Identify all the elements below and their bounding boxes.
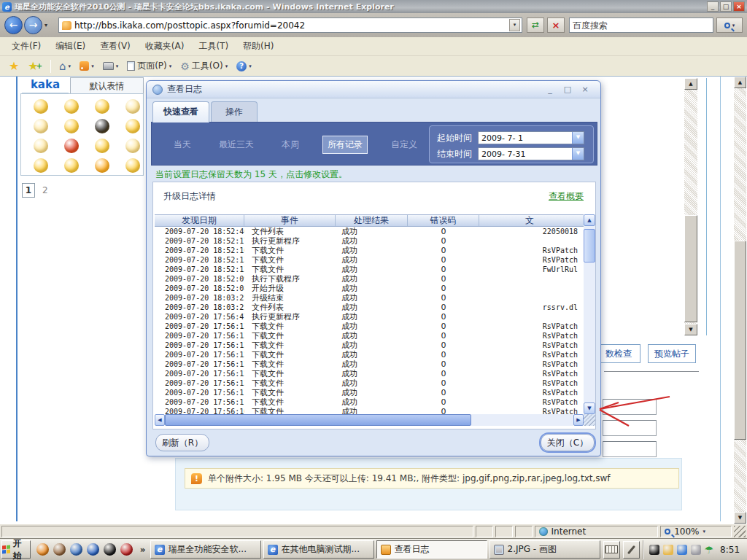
favorites-button[interactable]: ★ <box>6 58 22 74</box>
scroll-thumb[interactable] <box>734 241 746 440</box>
emoticon[interactable] <box>64 139 79 153</box>
scroll-up-icon[interactable]: ▲ <box>584 214 595 226</box>
menu-item[interactable]: 编辑(E) <box>48 38 93 55</box>
table-row[interactable]: 2009-07-20 17:56:12下载文件成功0RsVPatch <box>155 369 584 378</box>
table-row[interactable]: 2009-07-20 17:56:12下载文件成功0RsVPatch <box>155 378 584 388</box>
table-row[interactable]: 2009-07-20 17:56:13下载文件成功0RsVPatch <box>155 341 584 350</box>
emoticon[interactable] <box>34 139 48 153</box>
scroll-up-icon[interactable]: ▲ <box>734 77 746 88</box>
close-button[interactable]: × <box>733 1 745 12</box>
column-header[interactable]: 文 <box>479 215 580 226</box>
scroll-thumb[interactable] <box>684 215 697 322</box>
table-row[interactable]: 2009-07-20 17:56:12下载文件成功0RsVPatch <box>155 350 584 359</box>
table-row[interactable]: 2009-07-20 17:56:10下载文件成功0RsVPatch <box>155 407 584 414</box>
table-row[interactable]: 2009-07-20 17:56:13下载文件成功0RsVPatch <box>155 322 584 331</box>
resize-grip[interactable] <box>734 526 746 537</box>
scroll-right-icon[interactable]: ▶ <box>573 414 584 426</box>
browser-scrollbar[interactable]: ▲ ▼ <box>734 77 747 524</box>
add-favorite-button[interactable]: ★+ <box>25 58 45 74</box>
table-row[interactable]: 2009-07-20 18:52:13下载文件成功0RsVPatch <box>155 255 584 265</box>
column-header[interactable]: 事件 <box>244 215 336 226</box>
chevron-down-icon[interactable]: ▼ <box>572 132 584 144</box>
back-button[interactable]: ← <box>4 16 23 34</box>
column-header[interactable]: 错误码 <box>408 215 479 226</box>
emoticon[interactable] <box>64 158 79 173</box>
table-row[interactable]: 2009-07-20 18:52:09执行下载程序成功0 <box>155 274 584 284</box>
keyboard-layout-button[interactable] <box>603 541 620 559</box>
emoticon[interactable] <box>95 119 109 133</box>
emoticon[interactable] <box>125 158 140 173</box>
end-date-combobox[interactable]: 2009- 7-31 ▼ <box>478 147 584 160</box>
emule-icon[interactable] <box>53 543 66 556</box>
start-button[interactable]: 开始 <box>1 540 31 559</box>
taskbar-task[interactable]: e瑞星全功能安全软... <box>150 540 261 559</box>
filter-active[interactable]: 所有记录 <box>322 136 368 154</box>
tab-operation[interactable]: 操作 <box>211 101 258 122</box>
emoticon[interactable] <box>125 139 140 153</box>
stop-button[interactable]: × <box>547 18 565 33</box>
word-check-button[interactable]: 数检查 <box>597 344 640 363</box>
url-text[interactable]: http://bbs.ikaka.com/posttopic.aspx?foru… <box>74 20 305 31</box>
menu-item[interactable]: 收藏夹(A) <box>138 38 192 55</box>
media-center-icon[interactable] <box>104 543 116 556</box>
taskbar-task[interactable]: 2.JPG - 画图 <box>489 540 600 559</box>
table-vertical-scrollbar[interactable]: ▲ ▼ <box>584 214 595 414</box>
emoticon[interactable] <box>125 99 140 114</box>
start-date-combobox[interactable]: 2009- 7- 1 ▼ <box>478 131 584 144</box>
dialog-maximize-button[interactable]: □ <box>562 85 573 94</box>
tab-quick-view[interactable]: 快速查看 <box>152 101 209 122</box>
retention-note[interactable]: 当前设置日志保留天数为 15 天，点击修改设置。 <box>155 168 347 181</box>
network-icon[interactable] <box>677 545 687 555</box>
page-menu-button[interactable]: 页面(P)▾ <box>124 58 174 74</box>
table-row[interactable]: 2009-07-20 17:56:12下载文件成功0RsVPatch <box>155 359 584 369</box>
table-row[interactable]: 2009-07-20 18:03:25升级结束成功0 <box>155 293 584 303</box>
filter-option[interactable]: 自定义 <box>387 136 422 153</box>
emoticon[interactable] <box>34 119 48 133</box>
table-row[interactable]: 2009-07-20 17:56:11下载文件成功0RsVPatch <box>155 397 584 407</box>
taskbar-task[interactable]: e在其他电脑测试期... <box>263 540 374 559</box>
taskbar-task[interactable]: 查看日志 <box>376 540 487 559</box>
scroll-thumb[interactable] <box>584 229 595 262</box>
chevron-down-icon[interactable]: ▼ <box>572 148 584 160</box>
folder-icon[interactable] <box>663 545 673 555</box>
menu-item[interactable]: 工具(T) <box>191 38 236 55</box>
refresh-log-button[interactable]: 刷新（R） <box>155 434 209 451</box>
table-row[interactable]: 2009-07-20 17:56:11下载文件成功0RsVPatch <box>155 388 584 397</box>
scroll-down-icon[interactable]: ▼ <box>684 324 697 335</box>
print-button[interactable]: ▾ <box>100 61 122 71</box>
table-row[interactable]: 2009-07-20 18:52:16下载文件成功0RsVPatch <box>155 246 584 255</box>
pagination-page-1[interactable]: 1 <box>22 183 35 198</box>
pen-input-button[interactable] <box>623 541 640 559</box>
table-row[interactable]: 2009-07-20 17:56:47执行更新程序成功0 <box>155 312 584 322</box>
emoticon[interactable] <box>64 99 79 114</box>
column-header[interactable]: 发现日期 <box>155 215 244 226</box>
dialog-minimize-button[interactable]: _ <box>545 85 555 94</box>
emoticon[interactable] <box>95 99 109 114</box>
table-row[interactable]: 2009-07-20 18:52:13下载文件成功0FwUrlRul <box>155 265 584 274</box>
filter-option[interactable]: 最近三天 <box>214 136 258 153</box>
search-dropdown-icon[interactable]: ▾ <box>732 23 735 28</box>
table-header-row[interactable]: 发现日期事件处理结果错误码文 <box>155 214 584 227</box>
close-dialog-button[interactable]: 关闭（C） <box>541 434 595 451</box>
home-button[interactable]: ⌂▾ <box>56 58 74 74</box>
tools-menu-button[interactable]: ⚙工具(O)▾ <box>177 58 231 74</box>
address-dropdown-button[interactable]: ▾ <box>509 19 520 31</box>
table-row[interactable]: 2009-07-20 18:03:25文件列表成功0rssrv.dl <box>155 303 584 312</box>
menu-item[interactable]: 帮助(H) <box>236 38 281 55</box>
dialog-titlebar[interactable]: 查看日志 _ □ × <box>147 81 600 98</box>
emoticon-tab-kaka[interactable]: kaka <box>22 78 69 93</box>
scroll-down-icon[interactable]: ▼ <box>734 512 746 524</box>
view-summary-link[interactable]: 查看概要 <box>549 190 584 203</box>
menu-item[interactable]: 文件(F) <box>4 38 48 55</box>
editor-scrollbar[interactable]: ▲ ▼ <box>684 78 698 335</box>
feeds-button[interactable]: ▾ <box>77 60 97 72</box>
zoom-segment[interactable]: 100% ▾ <box>660 526 732 537</box>
column-header[interactable]: 处理结果 <box>336 215 408 226</box>
table-row[interactable]: 2009-07-20 18:52:17执行更新程序成功0 <box>155 236 584 246</box>
refresh-button[interactable]: ⇄ <box>527 18 544 33</box>
qq-icon[interactable] <box>649 545 659 555</box>
player-icon[interactable] <box>120 543 133 556</box>
scroll-up-icon[interactable]: ▲ <box>684 78 697 90</box>
maxthon-icon[interactable] <box>36 543 49 556</box>
preview-post-button[interactable]: 预览帖子 <box>648 344 696 363</box>
